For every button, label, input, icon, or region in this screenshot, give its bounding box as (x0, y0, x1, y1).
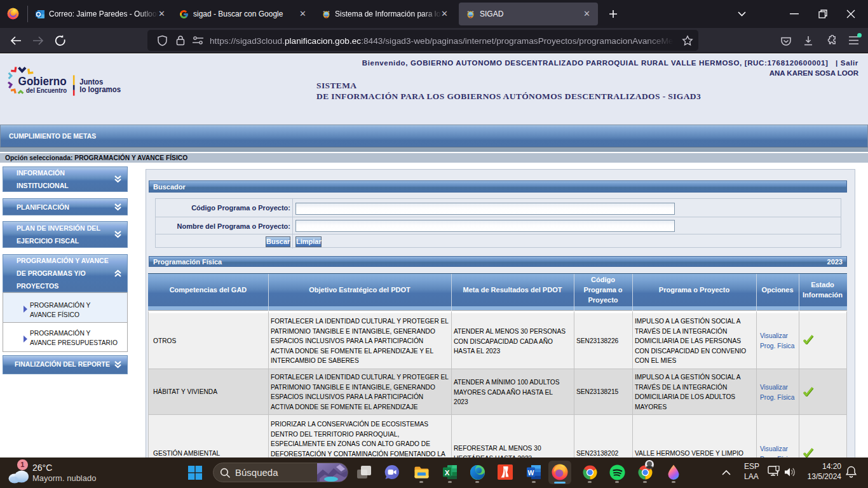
svg-text:del Encuentro: del Encuentro (26, 86, 67, 94)
svg-text:X: X (445, 469, 450, 477)
svg-text:lo logramos: lo logramos (79, 85, 121, 94)
svg-text:W: W (528, 469, 534, 477)
